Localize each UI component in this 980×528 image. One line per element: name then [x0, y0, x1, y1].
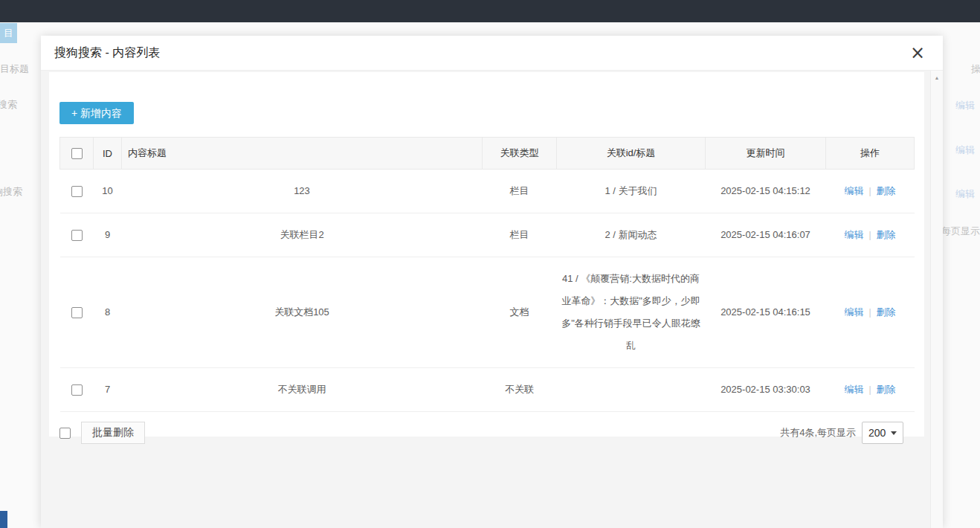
footer-select-all-checkbox[interactable] [59, 428, 71, 439]
row-checkbox-cell [60, 213, 94, 257]
table-row: 10123栏目1 / 关于我们2025-02-15 04:15:12编辑|删除 [60, 170, 915, 213]
action-separator: | [868, 384, 871, 395]
content-table: ID 内容标题 关联类型 关联id/标题 更新时间 操作 10123栏目1 / … [59, 137, 915, 412]
row-checkbox[interactable] [71, 230, 83, 241]
action-separator: | [868, 186, 871, 196]
column-header-time: 更新时间 [706, 138, 826, 170]
row-relation: 1 / 关于我们 [557, 170, 706, 213]
row-time: 2025-02-15 04:16:07 [706, 213, 826, 257]
scroll-up-icon[interactable]: ▲ [931, 75, 943, 80]
table-header: ID 内容标题 关联类型 关联id/标题 更新时间 操作 [60, 138, 915, 170]
action-separator: | [868, 307, 871, 318]
row-checkbox[interactable] [71, 186, 83, 197]
table-row: 8关联文档105文档41 / 《颠覆营销:大数据时代的商业革命》：大数据"多即少… [60, 257, 915, 368]
modal-body: + 新增内容 ID 内容标题 关联类型 关联id/标题 更新时间 操作 [49, 72, 924, 437]
bg-sidebar-item: 搜索 [0, 98, 17, 112]
row-checkbox-cell [60, 257, 94, 368]
bg-pagesize-label: 每页显示 [941, 225, 980, 238]
row-checkbox[interactable] [71, 307, 83, 318]
card-footer: 批量删除 共有4条,每页显示 200 [59, 422, 914, 444]
row-relation: 2 / 新闻动态 [557, 213, 706, 257]
edit-link[interactable]: 编辑 [844, 185, 863, 196]
bg-sidebar-item: 狗搜索 [0, 185, 22, 199]
modal-header: 搜狗搜索 - 内容列表 × [41, 36, 943, 71]
bg-edit-link: 编辑 [955, 144, 975, 157]
content-list-modal: 搜狗搜索 - 内容列表 × ▲ + 新增内容 ID 内容标题 关联类型 关联id… [41, 36, 943, 528]
row-time: 2025-02-15 04:15:12 [706, 170, 826, 213]
close-icon[interactable]: × [910, 45, 925, 60]
add-content-button[interactable]: + 新增内容 [59, 102, 134, 124]
row-type: 不关联 [483, 368, 557, 412]
row-id: 10 [94, 170, 122, 213]
modal-title: 搜狗搜索 - 内容列表 [54, 45, 160, 61]
bg-edit-link: 编辑 [955, 99, 975, 112]
chevron-down-icon [891, 431, 897, 435]
column-header-title: 内容标题 [122, 138, 483, 170]
table-row: 9关联栏目2栏目2 / 新闻动态2025-02-15 04:16:07编辑|删除 [60, 213, 915, 257]
bottom-left-accent [0, 511, 7, 528]
delete-link[interactable]: 删除 [877, 384, 896, 395]
row-id: 7 [94, 368, 122, 412]
delete-link[interactable]: 删除 [877, 185, 896, 196]
row-actions: 编辑|删除 [826, 170, 915, 213]
row-checkbox-cell [60, 368, 94, 412]
select-all-checkbox[interactable] [71, 148, 83, 159]
edit-link[interactable]: 编辑 [844, 384, 863, 395]
row-title: 关联栏目2 [122, 213, 483, 257]
action-separator: | [868, 230, 871, 240]
row-relation [557, 368, 706, 412]
row-actions: 编辑|删除 [826, 213, 915, 257]
row-actions: 编辑|删除 [826, 257, 915, 368]
row-type: 文档 [483, 257, 557, 368]
row-title: 不关联调用 [122, 368, 483, 412]
bg-edit-link: 编辑 [955, 187, 975, 201]
column-header-id: ID [94, 138, 122, 170]
bg-sidebar-item: 目标题 [0, 62, 29, 76]
row-type: 栏目 [483, 170, 557, 213]
sidebar-active-badge: 目 [0, 23, 17, 43]
edit-link[interactable]: 编辑 [844, 306, 863, 318]
table-row: 7不关联调用不关联2025-02-15 03:30:03编辑|删除 [60, 368, 915, 412]
column-header-type: 关联类型 [483, 138, 557, 170]
row-id: 9 [94, 213, 122, 257]
row-time: 2025-02-15 03:30:03 [706, 368, 826, 412]
page-size-select[interactable]: 200 [862, 422, 903, 444]
row-time: 2025-02-15 04:16:15 [706, 257, 826, 368]
table-body: 10123栏目1 / 关于我们2025-02-15 04:15:12编辑|删除9… [60, 170, 915, 412]
column-header-ops: 操作 [826, 138, 915, 170]
row-id: 8 [94, 257, 122, 368]
row-relation: 41 / 《颠覆营销:大数据时代的商业革命》：大数据"多即少，少即多"各种行销手… [557, 257, 706, 368]
row-title: 关联文档105 [122, 257, 483, 368]
row-checkbox[interactable] [71, 384, 83, 396]
batch-delete-button[interactable]: 批量删除 [81, 422, 145, 444]
top-bar [0, 0, 980, 22]
page-size-value: 200 [868, 427, 886, 439]
bg-actions-column-header: 操 [971, 62, 980, 76]
delete-link[interactable]: 删除 [877, 306, 896, 318]
page-background: 目 目标题 搜索 狗搜索 操 编辑 编辑 编辑 每页显示 搜狗搜索 - 内容列表… [0, 0, 980, 528]
record-summary: 共有4条,每页显示 [780, 426, 856, 440]
delete-link[interactable]: 删除 [877, 229, 896, 240]
row-actions: 编辑|删除 [826, 368, 915, 412]
edit-link[interactable]: 编辑 [844, 229, 863, 240]
row-type: 栏目 [483, 213, 557, 257]
content-card: + 新增内容 ID 内容标题 关联类型 关联id/标题 更新时间 操作 [49, 72, 924, 437]
row-title: 123 [122, 170, 483, 213]
column-header-relation: 关联id/标题 [557, 138, 706, 170]
row-checkbox-cell [60, 170, 94, 213]
modal-scrollbar[interactable]: ▲ [930, 71, 943, 528]
